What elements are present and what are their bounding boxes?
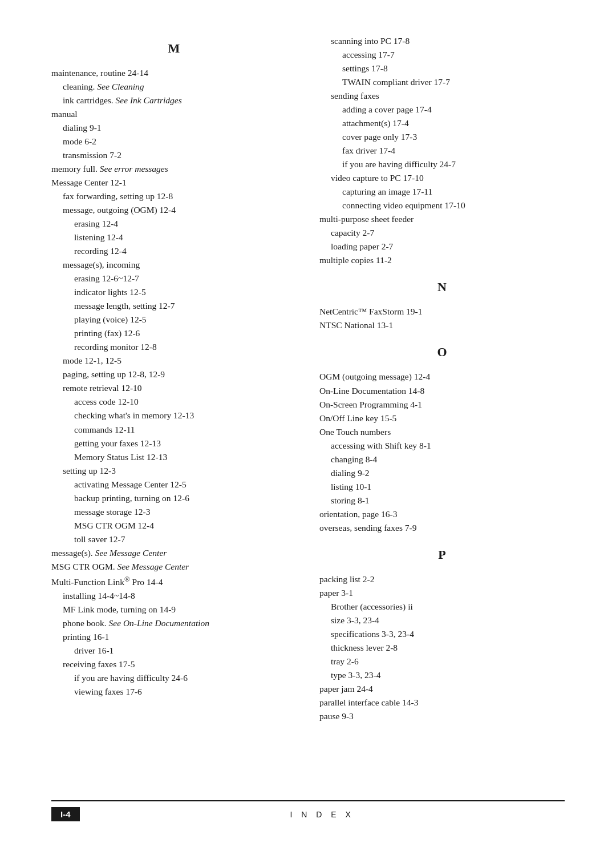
list-item: scanning into PC 17-8	[319, 34, 565, 48]
right-column: scanning into PC 17-8 accessing 17-7 set…	[319, 34, 565, 783]
page: M maintenance, routine 24-14 cleaning. S…	[0, 0, 616, 867]
list-item: video capture to PC 17-10	[319, 171, 565, 185]
list-item: toll saver 12-7	[51, 533, 297, 546]
see-ref: See error messages	[100, 164, 168, 174]
list-item: erasing 12-4	[51, 217, 297, 231]
list-item: listening 12-4	[51, 231, 297, 244]
list-item: printing (fax) 12-6	[51, 326, 297, 340]
list-item: One Touch numbers	[319, 425, 565, 439]
list-item: fax driver 17-4	[319, 144, 565, 158]
list-item: paper jam 24-4	[319, 682, 565, 696]
list-item: loading paper 2-7	[319, 240, 565, 253]
list-item: driver 16-1	[51, 644, 297, 658]
heading-n: N	[319, 277, 565, 297]
list-item: dialing 9-2	[319, 466, 565, 480]
list-item: NTSC National 13-1	[319, 318, 565, 332]
list-item: thickness lever 2-8	[319, 641, 565, 655]
list-item: changing 8-4	[319, 453, 565, 466]
list-item: accessing with Shift key 8-1	[319, 439, 565, 453]
list-item: MSG CTR OGM. See Message Center	[51, 560, 297, 574]
page-footer: I-4 I N D E X	[51, 800, 565, 821]
list-item: installing 14-4~14-8	[51, 589, 297, 603]
list-item: message(s), incoming	[51, 258, 297, 272]
list-item: multi-purpose sheet feeder	[319, 212, 565, 226]
list-item: NetCentric™ FaxStorm 19-1	[319, 305, 565, 318]
list-item: multiple copies 11-2	[319, 253, 565, 267]
list-item: Memory Status List 12-13	[51, 450, 297, 464]
list-item: recording monitor 12-8	[51, 340, 297, 354]
list-item: capturing an image 17-11	[319, 185, 565, 199]
list-item: Message Center 12-1	[51, 176, 297, 189]
list-item: playing (voice) 12-5	[51, 313, 297, 326]
list-item: Multi-Function Link® Pro 14-4	[51, 574, 297, 589]
list-item: TWAIN compliant driver 17-7	[319, 75, 565, 89]
list-item: phone book. See On-Line Documentation	[51, 616, 297, 630]
list-item: storing 8-1	[319, 494, 565, 507]
list-item: activating Message Center 12-5	[51, 478, 297, 491]
list-item: On/Off Line key 15-5	[319, 412, 565, 425]
list-item: accessing 17-7	[319, 48, 565, 62]
list-item: mode 6-2	[51, 135, 297, 148]
list-item: indicator lights 12-5	[51, 285, 297, 299]
list-item: printing 16-1	[51, 630, 297, 644]
see-ref: See Message Center	[95, 548, 167, 558]
list-item: commands 12-11	[51, 423, 297, 437]
list-item: tray 2-6	[319, 655, 565, 668]
section-o: O OGM (outgoing message) 12-4 On-Line Do…	[319, 342, 565, 534]
list-item: access code 12-10	[51, 395, 297, 409]
list-item: receiving faxes 17-5	[51, 658, 297, 671]
list-item: MF Link mode, turning on 14-9	[51, 603, 297, 616]
see-ref: See Ink Cartridges	[116, 95, 182, 105]
list-item: recording 12-4	[51, 244, 297, 258]
list-item: paper 3-1	[319, 586, 565, 600]
list-item: cleaning. See Cleaning	[51, 80, 297, 94]
list-item: parallel interface cable 14-3	[319, 696, 565, 709]
page-number: I-4	[51, 807, 80, 821]
heading-m: M	[51, 39, 297, 58]
list-item: backup printing, turning on 12-6	[51, 491, 297, 505]
footer-index-label: I N D E X	[80, 810, 565, 819]
list-item: remote retrieval 12-10	[51, 381, 297, 395]
list-item: packing list 2-2	[319, 572, 565, 586]
list-item: On-Screen Programming 4-1	[319, 398, 565, 412]
list-item: mode 12-1, 12-5	[51, 354, 297, 368]
list-item: getting your faxes 12-13	[51, 437, 297, 450]
heading-p: P	[319, 545, 565, 564]
content-columns: M maintenance, routine 24-14 cleaning. S…	[51, 34, 565, 783]
list-item: sending faxes	[319, 89, 565, 103]
list-item: connecting video equipment 17-10	[319, 199, 565, 212]
list-item: pause 9-3	[319, 709, 565, 723]
list-item: ink cartridges. See Ink Cartridges	[51, 94, 297, 107]
list-item: adding a cover page 17-4	[319, 103, 565, 116]
list-item: settings 17-8	[319, 62, 565, 75]
list-item: paging, setting up 12-8, 12-9	[51, 368, 297, 381]
list-item: fax forwarding, setting up 12-8	[51, 189, 297, 203]
list-item: manual	[51, 107, 297, 121]
list-item: message, outgoing (OGM) 12-4	[51, 203, 297, 217]
left-entries: maintenance, routine 24-14 cleaning. See…	[51, 66, 297, 699]
list-item: On-Line Documentation 14-8	[319, 384, 565, 398]
list-item: listing 10-1	[319, 480, 565, 494]
see-ref: See Cleaning	[97, 82, 144, 91]
left-column: M maintenance, routine 24-14 cleaning. S…	[51, 34, 297, 783]
list-item: overseas, sending faxes 7-9	[319, 521, 565, 535]
list-item: OGM (outgoing message) 12-4	[319, 370, 565, 384]
list-item: viewing faxes 17-6	[51, 685, 297, 699]
heading-o: O	[319, 342, 565, 362]
list-item: orientation, page 16-3	[319, 507, 565, 521]
section-p: P packing list 2-2 paper 3-1 Brother (ac…	[319, 545, 565, 723]
see-ref: See Message Center	[117, 562, 189, 571]
list-item: checking what's in memory 12-13	[51, 409, 297, 422]
list-item: transmission 7-2	[51, 148, 297, 162]
list-item: setting up 12-3	[51, 464, 297, 478]
list-item: message storage 12-3	[51, 505, 297, 519]
list-item: Brother (accessories) ii	[319, 600, 565, 614]
list-item: specifications 3-3, 23-4	[319, 627, 565, 641]
list-item: message length, setting 12-7	[51, 299, 297, 313]
list-item: message(s). See Message Center	[51, 546, 297, 560]
list-item: maintenance, routine 24-14	[51, 66, 297, 80]
list-item: if you are having difficulty 24-7	[319, 158, 565, 171]
list-item: attachment(s) 17-4	[319, 116, 565, 130]
list-item: cover page only 17-3	[319, 130, 565, 144]
right-continued: scanning into PC 17-8 accessing 17-7 set…	[319, 34, 565, 267]
